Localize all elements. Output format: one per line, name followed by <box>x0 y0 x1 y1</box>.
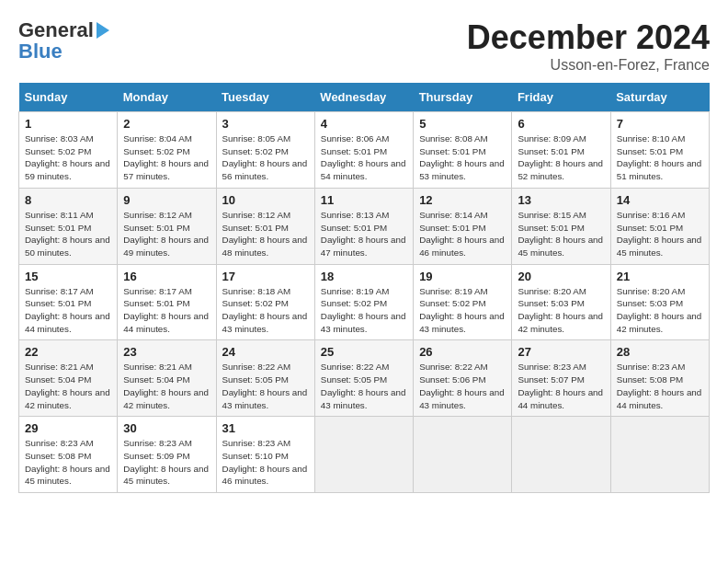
calendar-cell: 10Sunrise: 8:12 AM Sunset: 5:01 PM Dayli… <box>216 188 314 264</box>
day-number: 9 <box>123 193 210 207</box>
calendar-table: Sunday Monday Tuesday Wednesday Thursday… <box>18 83 710 493</box>
calendar-row: 29Sunrise: 8:23 AM Sunset: 5:08 PM Dayli… <box>19 417 710 493</box>
day-number: 17 <box>222 270 309 283</box>
calendar-cell: 15Sunrise: 8:17 AM Sunset: 5:01 PM Dayli… <box>19 264 118 340</box>
logo-line2: Blue <box>18 42 63 61</box>
calendar-header-row: Sunday Monday Tuesday Wednesday Thursday… <box>19 83 710 112</box>
day-info: Sunrise: 8:15 AM Sunset: 5:01 PM Dayligh… <box>518 209 604 259</box>
day-info: Sunrise: 8:22 AM Sunset: 5:05 PM Dayligh… <box>321 361 407 411</box>
empty-cell <box>314 417 413 493</box>
day-number: 25 <box>321 345 407 359</box>
calendar-cell: 7Sunrise: 8:10 AM Sunset: 5:01 PM Daylig… <box>610 112 709 189</box>
calendar-cell: 14Sunrise: 8:16 AM Sunset: 5:01 PM Dayli… <box>610 188 709 264</box>
calendar-cell: 12Sunrise: 8:14 AM Sunset: 5:01 PM Dayli… <box>414 188 512 264</box>
logo: General Blue <box>18 18 109 61</box>
page-header: General Blue December 2024 Usson-en-Fore… <box>18 18 710 74</box>
day-number: 2 <box>123 117 210 131</box>
day-number: 26 <box>419 345 506 359</box>
day-number: 4 <box>321 117 407 131</box>
day-number: 30 <box>123 421 210 435</box>
day-number: 16 <box>123 270 210 283</box>
title-block: December 2024 Usson-en-Forez, France <box>467 18 710 74</box>
calendar-cell: 31Sunrise: 8:23 AM Sunset: 5:10 PM Dayli… <box>216 417 314 493</box>
day-number: 27 <box>518 345 604 359</box>
day-info: Sunrise: 8:06 AM Sunset: 5:01 PM Dayligh… <box>321 132 407 183</box>
empty-cell <box>512 417 610 493</box>
day-number: 28 <box>617 345 703 359</box>
calendar-cell: 5Sunrise: 8:08 AM Sunset: 5:01 PM Daylig… <box>414 112 512 189</box>
day-info: Sunrise: 8:11 AM Sunset: 5:01 PM Dayligh… <box>25 209 111 259</box>
day-number: 5 <box>419 117 506 131</box>
day-number: 18 <box>321 270 407 283</box>
day-info: Sunrise: 8:18 AM Sunset: 5:02 PM Dayligh… <box>222 285 309 336</box>
calendar-cell: 24Sunrise: 8:22 AM Sunset: 5:05 PM Dayli… <box>216 340 314 417</box>
calendar-subtitle: Usson-en-Forez, France <box>467 57 710 74</box>
header-tuesday: Tuesday <box>216 83 314 112</box>
calendar-cell: 6Sunrise: 8:09 AM Sunset: 5:01 PM Daylig… <box>512 112 610 189</box>
day-info: Sunrise: 8:23 AM Sunset: 5:07 PM Dayligh… <box>518 361 604 411</box>
day-info: Sunrise: 8:13 AM Sunset: 5:01 PM Dayligh… <box>321 209 407 259</box>
day-info: Sunrise: 8:09 AM Sunset: 5:01 PM Dayligh… <box>518 132 604 183</box>
day-number: 24 <box>222 345 309 359</box>
day-info: Sunrise: 8:16 AM Sunset: 5:01 PM Dayligh… <box>617 209 703 259</box>
calendar-cell: 28Sunrise: 8:23 AM Sunset: 5:08 PM Dayli… <box>610 340 709 417</box>
day-number: 13 <box>518 193 604 207</box>
calendar-row: 22Sunrise: 8:21 AM Sunset: 5:04 PM Dayli… <box>19 340 710 417</box>
day-number: 8 <box>25 193 111 207</box>
day-info: Sunrise: 8:23 AM Sunset: 5:08 PM Dayligh… <box>25 437 111 488</box>
day-info: Sunrise: 8:19 AM Sunset: 5:02 PM Dayligh… <box>321 285 407 336</box>
day-info: Sunrise: 8:17 AM Sunset: 5:01 PM Dayligh… <box>123 285 210 336</box>
day-info: Sunrise: 8:03 AM Sunset: 5:02 PM Dayligh… <box>25 132 111 183</box>
day-number: 15 <box>25 270 111 283</box>
calendar-cell: 25Sunrise: 8:22 AM Sunset: 5:05 PM Dayli… <box>314 340 413 417</box>
day-info: Sunrise: 8:10 AM Sunset: 5:01 PM Dayligh… <box>617 132 703 183</box>
calendar-row: 8Sunrise: 8:11 AM Sunset: 5:01 PM Daylig… <box>19 188 710 264</box>
day-info: Sunrise: 8:23 AM Sunset: 5:10 PM Dayligh… <box>222 437 309 488</box>
calendar-row: 1Sunrise: 8:03 AM Sunset: 5:02 PM Daylig… <box>19 112 710 189</box>
calendar-title: December 2024 <box>467 18 710 57</box>
header-monday: Monday <box>118 83 216 112</box>
day-info: Sunrise: 8:23 AM Sunset: 5:09 PM Dayligh… <box>123 437 210 488</box>
day-number: 29 <box>25 421 111 435</box>
day-number: 21 <box>617 270 703 283</box>
day-number: 10 <box>222 193 309 207</box>
day-info: Sunrise: 8:20 AM Sunset: 5:03 PM Dayligh… <box>518 285 604 336</box>
day-number: 23 <box>123 345 210 359</box>
day-info: Sunrise: 8:20 AM Sunset: 5:03 PM Dayligh… <box>617 285 703 336</box>
calendar-cell: 20Sunrise: 8:20 AM Sunset: 5:03 PM Dayli… <box>512 264 610 340</box>
day-info: Sunrise: 8:04 AM Sunset: 5:02 PM Dayligh… <box>123 132 210 183</box>
calendar-cell: 4Sunrise: 8:06 AM Sunset: 5:01 PM Daylig… <box>314 112 413 189</box>
day-info: Sunrise: 8:19 AM Sunset: 5:02 PM Dayligh… <box>419 285 506 336</box>
day-info: Sunrise: 8:23 AM Sunset: 5:08 PM Dayligh… <box>617 361 703 411</box>
calendar-cell: 19Sunrise: 8:19 AM Sunset: 5:02 PM Dayli… <box>414 264 512 340</box>
day-number: 20 <box>518 270 604 283</box>
empty-cell <box>414 417 512 493</box>
calendar-cell: 3Sunrise: 8:05 AM Sunset: 5:02 PM Daylig… <box>216 112 314 189</box>
calendar-cell: 9Sunrise: 8:12 AM Sunset: 5:01 PM Daylig… <box>118 188 216 264</box>
day-info: Sunrise: 8:22 AM Sunset: 5:05 PM Dayligh… <box>222 361 309 411</box>
day-info: Sunrise: 8:12 AM Sunset: 5:01 PM Dayligh… <box>222 209 309 259</box>
calendar-cell: 1Sunrise: 8:03 AM Sunset: 5:02 PM Daylig… <box>19 112 118 189</box>
logo-arrow-icon <box>97 22 109 39</box>
day-info: Sunrise: 8:12 AM Sunset: 5:01 PM Dayligh… <box>123 209 210 259</box>
calendar-row: 15Sunrise: 8:17 AM Sunset: 5:01 PM Dayli… <box>19 264 710 340</box>
header-wednesday: Wednesday <box>314 83 413 112</box>
day-number: 11 <box>321 193 407 207</box>
calendar-cell: 23Sunrise: 8:21 AM Sunset: 5:04 PM Dayli… <box>118 340 216 417</box>
calendar-cell: 26Sunrise: 8:22 AM Sunset: 5:06 PM Dayli… <box>414 340 512 417</box>
day-number: 6 <box>518 117 604 131</box>
day-info: Sunrise: 8:21 AM Sunset: 5:04 PM Dayligh… <box>123 361 210 411</box>
day-number: 19 <box>419 270 506 283</box>
header-friday: Friday <box>512 83 610 112</box>
calendar-cell: 11Sunrise: 8:13 AM Sunset: 5:01 PM Dayli… <box>314 188 413 264</box>
header-thursday: Thursday <box>414 83 512 112</box>
day-info: Sunrise: 8:21 AM Sunset: 5:04 PM Dayligh… <box>25 361 111 411</box>
calendar-cell: 16Sunrise: 8:17 AM Sunset: 5:01 PM Dayli… <box>118 264 216 340</box>
day-number: 14 <box>617 193 703 207</box>
day-info: Sunrise: 8:05 AM Sunset: 5:02 PM Dayligh… <box>222 132 309 183</box>
calendar-cell: 13Sunrise: 8:15 AM Sunset: 5:01 PM Dayli… <box>512 188 610 264</box>
header-sunday: Sunday <box>19 83 118 112</box>
calendar-cell: 30Sunrise: 8:23 AM Sunset: 5:09 PM Dayli… <box>118 417 216 493</box>
day-number: 31 <box>222 421 309 435</box>
day-number: 3 <box>222 117 309 131</box>
